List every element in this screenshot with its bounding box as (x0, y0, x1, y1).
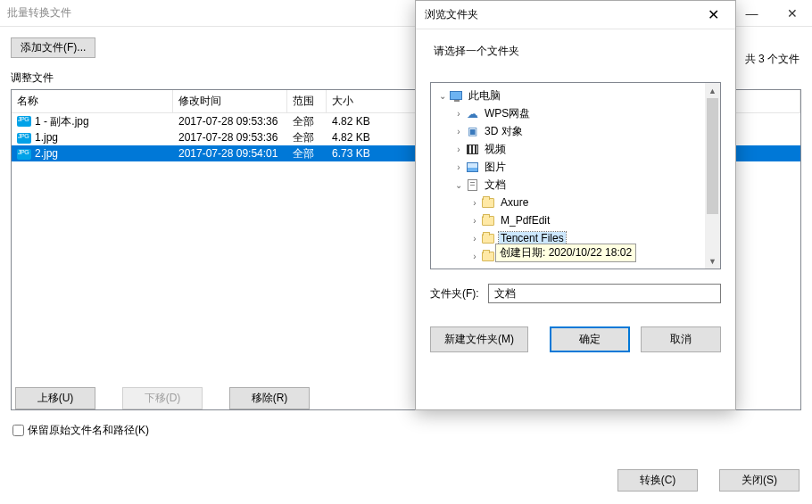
tree-scrollbar[interactable]: ▲ ▼ (705, 83, 720, 269)
expander-icon[interactable]: ⌄ (436, 91, 449, 101)
expander-icon[interactable]: › (452, 145, 465, 154)
col-mtime[interactable]: 修改时间 (173, 90, 287, 112)
folder-icon (481, 232, 495, 244)
new-folder-button[interactable]: 新建文件夹(M) (430, 326, 528, 352)
tree-node[interactable]: ⌄此电脑 (431, 87, 720, 104)
tooltip: 创建日期: 2020/10/22 18:02 (495, 244, 636, 262)
move-up-button[interactable]: 上移(U) (15, 387, 95, 409)
close-button[interactable]: ✕ (772, 0, 812, 27)
cube-icon: ▣ (465, 125, 479, 137)
pic-icon (465, 161, 479, 173)
tree-node[interactable]: ›Axure (431, 194, 720, 211)
tree-label: 此电脑 (467, 88, 502, 103)
dialog-instruction: 请选择一个文件夹 (416, 29, 735, 66)
dialog-close-icon[interactable]: ✕ (700, 6, 726, 23)
jpg-icon (17, 149, 31, 160)
tree-label: 视频 (483, 142, 508, 157)
expander-icon[interactable]: › (468, 252, 481, 261)
tree-node[interactable]: ›M_PdfEdit (431, 211, 720, 229)
expander-icon[interactable]: › (452, 162, 465, 172)
tree-node[interactable]: ›▣3D 对象 (431, 122, 720, 140)
main-title: 批量转换文件 (7, 5, 71, 21)
expander-icon[interactable]: › (452, 127, 465, 136)
folder-path-input[interactable] (488, 284, 721, 303)
tree-label: WPS网盘 (483, 106, 532, 121)
move-down-button: 下移(D) (122, 387, 203, 409)
cloud-icon: ☁ (465, 107, 479, 120)
tree-label: 文档 (483, 178, 508, 193)
expander-icon[interactable]: › (468, 216, 481, 226)
cancel-button[interactable]: 取消 (641, 326, 721, 352)
browse-folder-dialog: 浏览文件夹 ✕ 请选择一个文件夹 ⌄此电脑›☁WPS网盘›▣3D 对象›视频›图… (415, 0, 736, 410)
tree-node[interactable]: ›视频 (431, 140, 720, 158)
folder-icon (481, 250, 495, 262)
col-scope[interactable]: 范围 (287, 90, 327, 112)
expander-icon[interactable]: › (452, 109, 465, 119)
add-file-button[interactable]: 添加文件(F)... (11, 37, 95, 58)
file-count-label: 共 3 个文件 (745, 52, 800, 67)
expander-icon[interactable]: › (468, 234, 481, 244)
expander-icon[interactable]: ⌄ (452, 180, 465, 190)
tree-label: 图片 (483, 160, 508, 175)
dialog-title: 浏览文件夹 (425, 7, 478, 22)
scroll-down-icon[interactable]: ▼ (705, 253, 720, 269)
close-main-button[interactable]: 关闭(S) (719, 469, 800, 492)
jpg-icon (17, 133, 31, 144)
expander-icon[interactable]: › (468, 198, 481, 208)
tree-node[interactable]: ›图片 (431, 158, 720, 176)
scroll-thumb[interactable] (707, 98, 718, 214)
doc-icon (465, 178, 479, 191)
keep-original-label[interactable]: 保留原始文件名和路径(K) (28, 423, 149, 438)
film-icon (465, 143, 479, 155)
minimize-button[interactable]: — (732, 0, 772, 27)
tree-label: 3D 对象 (483, 124, 525, 139)
tree-label: Axure (499, 196, 530, 209)
tree-node[interactable]: ⌄文档 (431, 176, 720, 194)
ok-button[interactable]: 确定 (550, 326, 630, 352)
folder-icon (481, 196, 495, 209)
folder-icon (481, 214, 495, 227)
folder-path-label: 文件夹(F): (430, 286, 479, 302)
jpg-icon (17, 116, 31, 127)
keep-original-checkbox[interactable] (12, 425, 24, 436)
scroll-up-icon[interactable]: ▲ (705, 83, 720, 98)
monitor-icon (449, 89, 463, 102)
col-name[interactable]: 名称 (12, 90, 173, 112)
remove-button[interactable]: 移除(R) (229, 387, 310, 409)
folder-tree[interactable]: ⌄此电脑›☁WPS网盘›▣3D 对象›视频›图片⌄文档›Axure›M_PdfE… (430, 82, 721, 269)
tree-label: M_PdfEdit (499, 214, 551, 227)
tree-node[interactable]: ›☁WPS网盘 (431, 104, 720, 122)
tree-label: Tencent Files (499, 232, 566, 244)
convert-button[interactable]: 转换(C) (617, 469, 698, 492)
